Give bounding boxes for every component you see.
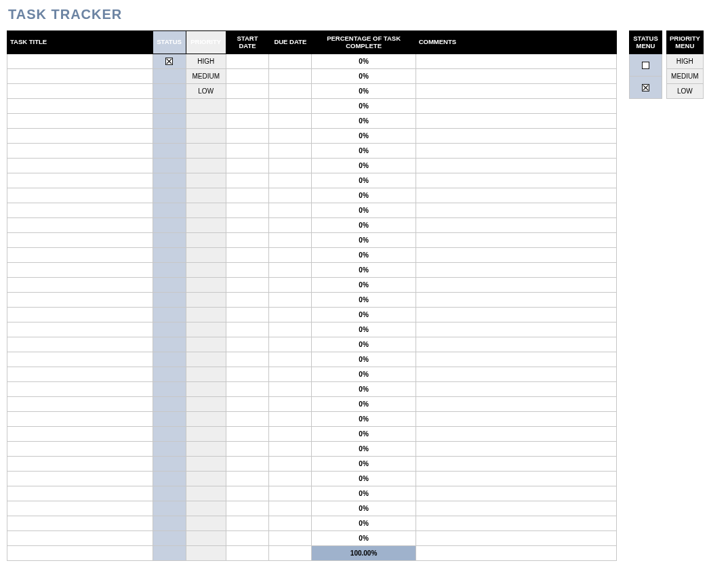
cell-comments[interactable] — [416, 308, 616, 322]
cell-priority[interactable] — [186, 129, 226, 144]
cell-due-date[interactable] — [269, 382, 312, 397]
cell-task-title[interactable] — [7, 218, 153, 233]
cell-priority[interactable] — [186, 203, 226, 218]
cell-due-date[interactable] — [269, 412, 312, 427]
cell-task-title[interactable] — [7, 99, 153, 114]
cell-due-date[interactable] — [269, 69, 312, 84]
cell-due-date[interactable] — [269, 173, 312, 188]
cell-comments[interactable] — [416, 99, 616, 114]
cell-due-date[interactable] — [269, 278, 312, 293]
cell-start-date[interactable] — [226, 173, 268, 188]
cell-priority[interactable] — [186, 486, 226, 501]
cell-status[interactable] — [153, 54, 186, 69]
cell-start-date[interactable] — [226, 263, 268, 278]
cell-task-title[interactable] — [7, 233, 153, 248]
status-menu-item[interactable] — [630, 54, 662, 77]
cell-task-title[interactable] — [7, 427, 153, 442]
cell-start-date[interactable] — [226, 144, 268, 159]
cell-priority[interactable] — [186, 322, 226, 337]
cell-start-date[interactable] — [226, 337, 268, 352]
cell-start-date[interactable] — [226, 129, 268, 144]
cell-status[interactable] — [153, 367, 186, 382]
cell-comments[interactable] — [416, 457, 616, 472]
cell-status[interactable] — [153, 457, 186, 472]
cell-status[interactable] — [153, 382, 186, 397]
cell-status[interactable] — [153, 203, 186, 218]
cell-task-title[interactable] — [7, 457, 153, 472]
cell-task-title[interactable] — [7, 293, 153, 308]
cell-due-date[interactable] — [269, 218, 312, 233]
cell-status[interactable] — [153, 531, 186, 546]
cell-status[interactable] — [153, 516, 186, 531]
cell-status[interactable] — [153, 352, 186, 367]
cell-priority[interactable] — [186, 233, 226, 248]
cell-start-date[interactable] — [226, 278, 268, 293]
cell-start-date[interactable] — [226, 69, 268, 84]
cell-priority[interactable] — [186, 412, 226, 427]
cell-due-date[interactable] — [269, 54, 312, 69]
cell-start-date[interactable] — [226, 233, 268, 248]
cell-comments[interactable] — [416, 173, 616, 188]
cell-priority[interactable] — [186, 337, 226, 352]
cell-task-title[interactable] — [7, 69, 153, 84]
cell-due-date[interactable] — [269, 516, 312, 531]
cell-status[interactable] — [153, 218, 186, 233]
cell-status[interactable] — [153, 84, 186, 99]
cell-comments[interactable] — [416, 501, 616, 516]
cell-priority[interactable] — [186, 159, 226, 173]
cell-due-date[interactable] — [269, 531, 312, 546]
cell-status[interactable] — [153, 129, 186, 144]
cell-due-date[interactable] — [269, 263, 312, 278]
cell-start-date[interactable] — [226, 203, 268, 218]
cell-due-date[interactable] — [269, 188, 312, 203]
cell-start-date[interactable] — [226, 218, 268, 233]
cell-due-date[interactable] — [269, 397, 312, 412]
cell-task-title[interactable] — [7, 144, 153, 159]
cell-due-date[interactable] — [269, 337, 312, 352]
cell-task-title[interactable] — [7, 352, 153, 367]
cell-due-date[interactable] — [269, 248, 312, 263]
cell-start-date[interactable] — [226, 427, 268, 442]
cell-due-date[interactable] — [269, 114, 312, 129]
cell-status[interactable] — [153, 412, 186, 427]
cell-start-date[interactable] — [226, 114, 268, 129]
cell-start-date[interactable] — [226, 457, 268, 472]
cell-task-title[interactable] — [7, 501, 153, 516]
cell-start-date[interactable] — [226, 516, 268, 531]
cell-start-date[interactable] — [226, 248, 268, 263]
cell-comments[interactable] — [416, 54, 616, 69]
cell-task-title[interactable] — [7, 248, 153, 263]
cell-priority[interactable] — [186, 173, 226, 188]
cell-comments[interactable] — [416, 203, 616, 218]
cell-comments[interactable] — [416, 159, 616, 173]
cell-comments[interactable] — [416, 472, 616, 486]
cell-status[interactable] — [153, 442, 186, 457]
cell-status[interactable] — [153, 486, 186, 501]
cell-priority[interactable] — [186, 188, 226, 203]
cell-start-date[interactable] — [226, 501, 268, 516]
cell-status[interactable] — [153, 233, 186, 248]
cell-priority[interactable] — [186, 114, 226, 129]
cell-start-date[interactable] — [226, 412, 268, 427]
cell-start-date[interactable] — [226, 84, 268, 99]
cell-status[interactable] — [153, 188, 186, 203]
cell-due-date[interactable] — [269, 457, 312, 472]
cell-start-date[interactable] — [226, 352, 268, 367]
cell-task-title[interactable] — [7, 486, 153, 501]
priority-menu-item[interactable]: HIGH — [667, 54, 704, 69]
cell-start-date[interactable] — [226, 531, 268, 546]
cell-start-date[interactable] — [226, 397, 268, 412]
cell-status[interactable] — [153, 173, 186, 188]
cell-task-title[interactable] — [7, 516, 153, 531]
cell-task-title[interactable] — [7, 188, 153, 203]
cell-task-title[interactable] — [7, 263, 153, 278]
cell-comments[interactable] — [416, 486, 616, 501]
cell-status[interactable] — [153, 427, 186, 442]
cell-status[interactable] — [153, 337, 186, 352]
cell-task-title[interactable] — [7, 84, 153, 99]
cell-due-date[interactable] — [269, 308, 312, 322]
cell-status[interactable] — [153, 472, 186, 486]
cell-comments[interactable] — [416, 531, 616, 546]
cell-comments[interactable] — [416, 442, 616, 457]
cell-status[interactable] — [153, 99, 186, 114]
